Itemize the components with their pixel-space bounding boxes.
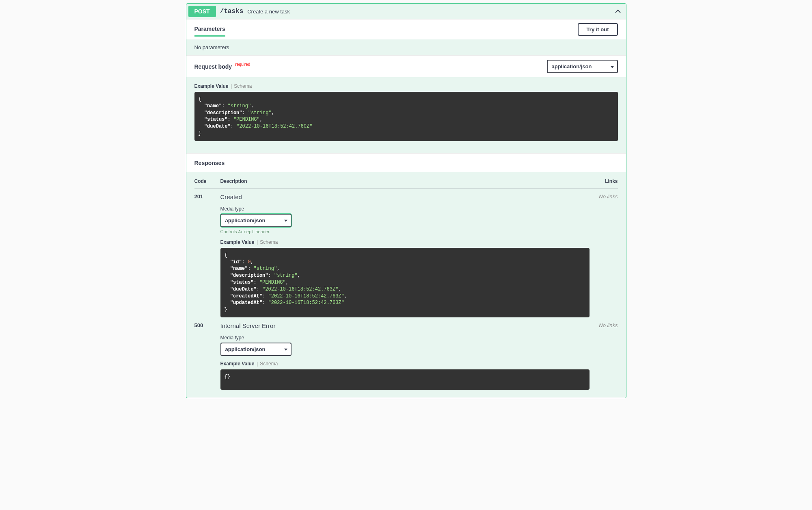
operation-block: POST /tasks Create a new task Parameters… — [186, 3, 626, 398]
request-body-bar: Request body required application/json — [186, 55, 626, 77]
method-badge: POST — [188, 6, 216, 17]
tab-schema[interactable]: Schema — [260, 361, 278, 367]
response-links: No links — [590, 322, 618, 390]
response-tabs: Example Value | Schema — [220, 361, 590, 367]
request-content-type-select[interactable]: application/json — [547, 60, 618, 73]
tab-example-value[interactable]: Example Value — [220, 361, 255, 367]
tab-schema[interactable]: Schema — [260, 239, 278, 245]
col-links-header: Links — [598, 178, 618, 184]
response-description-text: Internal Server Error — [220, 322, 590, 329]
response-code: 500 — [194, 322, 220, 390]
response-desc: CreatedMedia typeapplication/jsonControl… — [220, 193, 590, 317]
tab-example-value[interactable]: Example Value — [220, 239, 255, 245]
content-type-select-wrap: application/json — [547, 60, 618, 73]
responses-header-row: Code Description Links — [194, 178, 618, 189]
responses-title: Responses — [194, 160, 225, 166]
response-desc: Internal Server ErrorMedia typeapplicati… — [220, 322, 590, 390]
parameters-bar: Parameters Try it out — [186, 19, 626, 39]
operation-summary: Create a new task — [247, 9, 290, 15]
responses-body: Code Description Links 201CreatedMedia t… — [186, 172, 626, 398]
response-description-text: Created — [220, 193, 590, 200]
media-type-label: Media type — [220, 206, 590, 212]
request-body-title: Request body — [194, 63, 232, 70]
response-media-type-select[interactable]: application/json — [220, 343, 292, 356]
response-row: 201CreatedMedia typeapplication/jsonCont… — [194, 189, 618, 317]
accept-header-hint: Controls Accept header. — [220, 229, 590, 234]
tab-example-value[interactable]: Example Value — [194, 83, 229, 89]
tab-schema[interactable]: Schema — [234, 83, 252, 89]
media-type-select-wrap: application/json — [220, 343, 292, 356]
chevron-up-icon[interactable] — [614, 7, 622, 15]
response-tabs: Example Value | Schema — [220, 239, 590, 245]
request-example-tabs: Example Value | Schema — [194, 83, 618, 89]
response-example-code: { "id": 0, "name": "string", "descriptio… — [220, 248, 590, 317]
response-links: No links — [590, 193, 618, 317]
response-code: 201 — [194, 193, 220, 317]
try-it-out-button[interactable]: Try it out — [578, 23, 618, 36]
no-parameters-text: No parameters — [186, 39, 626, 55]
media-type-label: Media type — [220, 335, 590, 341]
responses-bar: Responses — [186, 153, 626, 172]
response-row: 500Internal Server ErrorMedia typeapplic… — [194, 317, 618, 390]
col-code-header: Code — [194, 178, 220, 184]
parameters-tab[interactable]: Parameters — [194, 26, 225, 37]
operation-header[interactable]: POST /tasks Create a new task — [186, 4, 626, 19]
required-label: required — [235, 62, 251, 67]
request-body-content: Example Value | Schema { "name": "string… — [186, 77, 626, 153]
col-description-header: Description — [220, 178, 598, 184]
media-type-select-wrap: application/json — [220, 214, 292, 227]
response-media-type-select[interactable]: application/json — [220, 214, 292, 227]
request-example-code: { "name": "string", "description": "stri… — [194, 92, 618, 141]
response-example-code: {} — [220, 369, 590, 390]
operation-path: /tasks — [220, 8, 244, 15]
